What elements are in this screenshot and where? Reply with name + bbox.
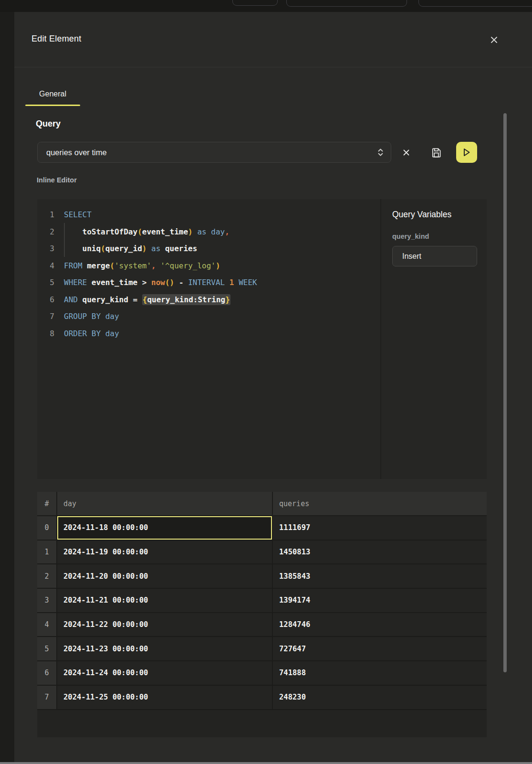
- table-row: 72024-11-25 00:00:00248230: [37, 686, 487, 709]
- table-header-row: # day queries: [37, 492, 487, 515]
- active-tab-indicator: [25, 105, 80, 106]
- row-index: 7: [37, 686, 56, 709]
- results-table-body: 02024-11-18 00:00:00111169712024-11-19 0…: [37, 516, 487, 709]
- table-row: 12024-11-19 00:00:001450813: [37, 541, 487, 564]
- row-index: 1: [37, 541, 56, 564]
- query-parameter-token: {query_kind:String}: [142, 294, 230, 305]
- cell-day[interactable]: 2024-11-24 00:00:00: [57, 661, 272, 685]
- tab-general[interactable]: General: [25, 82, 80, 106]
- cell-queries[interactable]: 248230: [273, 686, 487, 709]
- query-variables-panel: Query Variables query_kind Insert: [380, 199, 487, 479]
- code-line: 6AND query_kind = {query_kind:String}: [37, 291, 380, 308]
- table-row: 62024-11-24 00:00:00741888: [37, 661, 487, 685]
- sql-editor-lines: 1SELECT2 toStartOfDay(event_time) as day…: [37, 206, 380, 342]
- close-icon[interactable]: [486, 32, 501, 47]
- table-row: 02024-11-18 00:00:001111697: [37, 516, 487, 540]
- cell-day[interactable]: 2024-11-22 00:00:00: [57, 613, 272, 637]
- row-index: 6: [37, 661, 56, 685]
- table-row: 52024-11-23 00:00:00727647: [37, 637, 487, 660]
- code-line: 2 toStartOfDay(event_time) as day,: [37, 223, 380, 241]
- table-row: 42024-11-22 00:00:001284746: [37, 613, 487, 637]
- clear-query-icon[interactable]: [398, 145, 414, 159]
- results-table: # day queries 02024-11-18 00:00:00111169…: [37, 492, 487, 737]
- inline-editor-panel: 1SELECT2 toStartOfDay(event_time) as day…: [37, 199, 487, 479]
- code-line: 4FROM merge('system', '^query_log'): [37, 257, 380, 275]
- line-number: 8: [37, 325, 54, 342]
- row-index: 0: [37, 516, 56, 540]
- code-line: 7GROUP BY day: [37, 308, 380, 325]
- cell-day[interactable]: 2024-11-23 00:00:00: [57, 637, 272, 660]
- line-number: 4: [37, 257, 54, 275]
- chevron-up-down-icon: [377, 148, 384, 157]
- run-query-button[interactable]: [456, 142, 477, 163]
- table-row: 32024-11-21 00:00:001394174: [37, 589, 487, 612]
- cell-day[interactable]: 2024-11-21 00:00:00: [57, 589, 272, 612]
- column-header-day: day: [57, 492, 272, 515]
- query-select-value: queries over time: [46, 148, 107, 157]
- cell-queries[interactable]: 727647: [273, 637, 487, 660]
- code-line: 1SELECT: [37, 206, 380, 223]
- query-section-heading: Query: [36, 119, 61, 129]
- table-footer-spacer: [37, 710, 487, 737]
- inline-editor-label: Inline Editor: [37, 176, 77, 184]
- row-index: 4: [37, 613, 56, 637]
- topbar-button[interactable]: [286, 0, 407, 7]
- dialog-title: Edit Element: [31, 34, 81, 44]
- line-number: 6: [37, 291, 54, 308]
- play-icon: [462, 148, 471, 157]
- line-number: 3: [37, 240, 54, 257]
- table-row: 22024-11-20 00:00:001385843: [37, 564, 487, 588]
- cell-day[interactable]: 2024-11-25 00:00:00: [57, 686, 272, 709]
- line-number: 1: [37, 206, 54, 223]
- cell-day[interactable]: 2024-11-20 00:00:00: [57, 564, 272, 588]
- topbar-button[interactable]: [232, 0, 278, 6]
- cell-queries[interactable]: 1394174: [273, 589, 487, 612]
- header-divider: [14, 67, 532, 67]
- cell-queries[interactable]: 1385843: [273, 564, 487, 588]
- cell-queries[interactable]: 741888: [273, 661, 487, 685]
- save-icon[interactable]: [428, 144, 445, 161]
- row-index: 3: [37, 589, 56, 612]
- code-line: 3 uniq(query_id) as queries: [37, 240, 380, 257]
- screen: Edit Element General Query queries over …: [0, 0, 532, 764]
- dialog-scrollbar[interactable]: [503, 113, 507, 672]
- row-index: 2: [37, 564, 56, 588]
- query-variables-heading: Query Variables: [392, 210, 487, 220]
- cell-queries[interactable]: 1450813: [273, 541, 487, 564]
- column-header-index: #: [37, 492, 56, 515]
- line-number: 7: [37, 308, 54, 325]
- query-select[interactable]: queries over time: [37, 142, 391, 163]
- variable-name-label: query_kind: [392, 233, 487, 240]
- row-index: 5: [37, 637, 56, 660]
- sql-editor[interactable]: 1SELECT2 toStartOfDay(event_time) as day…: [37, 199, 380, 479]
- selected-cell-day[interactable]: 2024-11-18 00:00:00: [57, 516, 272, 540]
- cell-day[interactable]: 2024-11-19 00:00:00: [57, 541, 272, 564]
- insert-variable-button[interactable]: Insert: [392, 246, 477, 266]
- cell-queries[interactable]: 1111697: [273, 516, 487, 540]
- background-toolbar: [0, 0, 532, 12]
- bottom-scrollbar-strip: [0, 762, 532, 764]
- column-header-queries: queries: [273, 492, 487, 515]
- code-line: 8ORDER BY day: [37, 325, 380, 342]
- code-line: 5WHERE event_time > now() - INTERVAL 1 W…: [37, 274, 380, 291]
- cell-queries[interactable]: 1284746: [273, 613, 487, 637]
- edit-element-dialog: Edit Element General Query queries over …: [14, 12, 532, 764]
- line-number: 2: [37, 223, 54, 241]
- topbar-button[interactable]: [418, 0, 532, 7]
- line-number: 5: [37, 274, 54, 291]
